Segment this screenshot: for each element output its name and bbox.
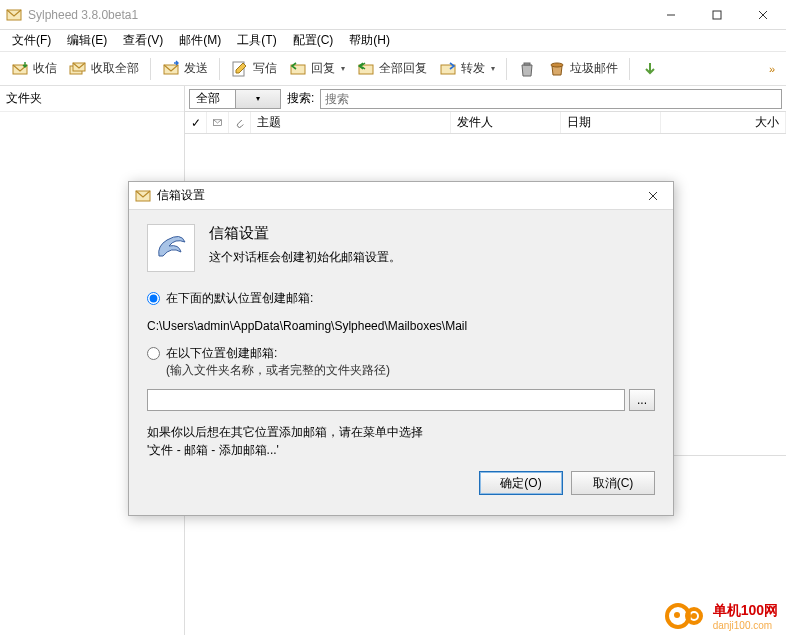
reply-all-icon: [357, 60, 375, 78]
chevron-down-icon: ▾: [341, 64, 345, 73]
menu-help[interactable]: 帮助(H): [341, 30, 398, 51]
receive-all-icon: [69, 60, 87, 78]
menu-tools[interactable]: 工具(T): [229, 30, 284, 51]
separator: [219, 58, 220, 80]
maximize-button[interactable]: [694, 0, 740, 29]
custom-path-input[interactable]: [147, 389, 625, 411]
menu-view[interactable]: 查看(V): [115, 30, 171, 51]
send-button[interactable]: 发送: [157, 56, 213, 82]
cancel-button[interactable]: 取消(C): [571, 471, 655, 495]
filter-combo[interactable]: 全部 ▾: [189, 89, 281, 109]
browse-button[interactable]: ...: [629, 389, 655, 411]
send-label: 发送: [184, 60, 208, 77]
brand-url: danji100.com: [713, 620, 778, 631]
menu-bar: 文件(F) 编辑(E) 查看(V) 邮件(M) 工具(T) 配置(C) 帮助(H…: [0, 30, 786, 52]
delete-button[interactable]: [513, 56, 541, 82]
dialog-close-button[interactable]: [633, 182, 673, 209]
dialog-subtitle: 这个对话框会创建初始化邮箱设置。: [209, 249, 401, 266]
brand-logo-icon: [665, 601, 707, 631]
radio-default-label: 在下面的默认位置创建邮箱:: [166, 290, 313, 307]
filter-combo-value: 全部: [190, 90, 235, 107]
menu-config[interactable]: 配置(C): [285, 30, 342, 51]
radio-custom-hint: (输入文件夹名称，或者完整的文件夹路径): [166, 363, 390, 377]
junk-icon: [548, 60, 566, 78]
watermark-brand: 单机100网 danji100.com: [665, 601, 778, 631]
reply-all-button[interactable]: 全部回复: [352, 56, 432, 82]
dialog-note: 如果你以后想在其它位置添加邮箱，请在菜单中选择 '文件 - 邮箱 - 添加邮箱.…: [147, 423, 655, 459]
reply-all-label: 全部回复: [379, 60, 427, 77]
dialog-heading: 信箱设置: [209, 224, 401, 243]
brand-name: 单机100网: [713, 602, 778, 620]
col-mark[interactable]: ✓: [185, 112, 207, 133]
separator: [506, 58, 507, 80]
compose-label: 写信: [253, 60, 277, 77]
radio-custom-input[interactable]: [147, 347, 160, 360]
menu-edit[interactable]: 编辑(E): [59, 30, 115, 51]
dialog-title: 信箱设置: [157, 187, 633, 204]
ok-button[interactable]: 确定(O): [479, 471, 563, 495]
radio-custom-location[interactable]: 在以下位置创建邮箱: (输入文件夹名称，或者完整的文件夹路径): [147, 345, 655, 379]
menu-mail[interactable]: 邮件(M): [171, 30, 229, 51]
chevron-down-icon: ▾: [491, 64, 495, 73]
filter-row: 全部 ▾ 搜索:: [185, 86, 786, 112]
next-button[interactable]: [636, 56, 664, 82]
compose-button[interactable]: 写信: [226, 56, 282, 82]
minimize-button[interactable]: [648, 0, 694, 29]
separator: [150, 58, 151, 80]
dialog-hero-icon: [147, 224, 195, 272]
compose-icon: [231, 60, 249, 78]
close-button[interactable]: [740, 0, 786, 29]
junk-button[interactable]: 垃圾邮件: [543, 56, 623, 82]
radio-default-input[interactable]: [147, 292, 160, 305]
receive-icon: [11, 60, 29, 78]
junk-label: 垃圾邮件: [570, 60, 618, 77]
receive-all-button[interactable]: 收取全部: [64, 56, 144, 82]
receive-all-label: 收取全部: [91, 60, 139, 77]
col-attach-icon[interactable]: [229, 112, 251, 133]
separator: [629, 58, 630, 80]
chevron-down-icon: ▾: [235, 90, 281, 108]
col-size[interactable]: 大小: [661, 112, 786, 133]
radio-custom-label: 在以下位置创建邮箱:: [166, 346, 277, 360]
default-path-text: C:\Users\admin\AppData\Roaming\Sylpheed\…: [147, 319, 655, 333]
app-icon: [6, 7, 22, 23]
search-label: 搜索:: [287, 90, 314, 107]
arrow-down-icon: [641, 60, 659, 78]
reply-button[interactable]: 回复 ▾: [284, 56, 350, 82]
col-from[interactable]: 发件人: [451, 112, 561, 133]
message-list-header: ✓ 主题 发件人 日期 大小: [185, 112, 786, 134]
send-icon: [162, 60, 180, 78]
forward-button[interactable]: 转发 ▾: [434, 56, 500, 82]
toolbar-overflow[interactable]: »: [762, 59, 780, 79]
col-subject[interactable]: 主题: [251, 112, 451, 133]
window-title: Sylpheed 3.8.0beta1: [28, 8, 648, 22]
toolbar: 收信 收取全部 发送 写信 回复 ▾ 全部回复 转发 ▾ 垃圾邮件 »: [0, 52, 786, 86]
envelope-icon: [213, 117, 222, 129]
svg-rect-13: [524, 63, 530, 65]
menu-file[interactable]: 文件(F): [4, 30, 59, 51]
col-status-icon[interactable]: [207, 112, 229, 133]
receive-label: 收信: [33, 60, 57, 77]
radio-default-location[interactable]: 在下面的默认位置创建邮箱:: [147, 290, 655, 307]
trash-icon: [518, 60, 536, 78]
sidebar-title: 文件夹: [0, 86, 184, 112]
mailbox-setup-dialog: 信箱设置 信箱设置 这个对话框会创建初始化邮箱设置。 在下面的默认位置创建邮箱:…: [128, 181, 674, 516]
svg-point-14: [551, 63, 563, 67]
reply-label: 回复: [311, 60, 335, 77]
paperclip-icon: [235, 116, 244, 130]
dialog-titlebar: 信箱设置: [129, 182, 673, 210]
receive-button[interactable]: 收信: [6, 56, 62, 82]
forward-icon: [439, 60, 457, 78]
dialog-icon: [135, 188, 151, 204]
col-date[interactable]: 日期: [561, 112, 661, 133]
window-titlebar: Sylpheed 3.8.0beta1: [0, 0, 786, 30]
svg-rect-2: [713, 11, 721, 19]
reply-icon: [289, 60, 307, 78]
forward-label: 转发: [461, 60, 485, 77]
search-input[interactable]: [320, 89, 782, 109]
